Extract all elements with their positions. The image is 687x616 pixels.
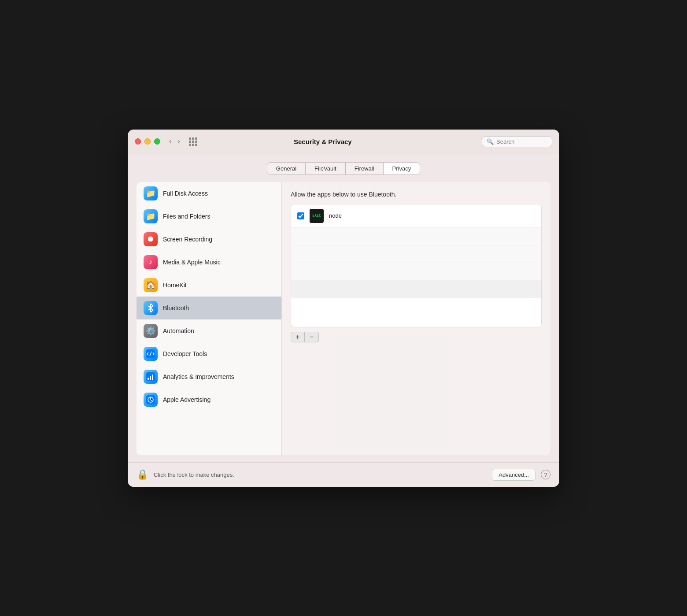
sidebar-item-bluetooth[interactable]: Bluetooth <box>137 297 281 319</box>
tabs-bar: General FileVault Firewall Privacy <box>137 162 550 175</box>
maximize-button[interactable] <box>154 138 160 145</box>
node-app-icon: EXEC <box>310 209 324 223</box>
sidebar-item-developer-tools[interactable]: Developer Tools <box>137 342 281 365</box>
lock-icon[interactable]: 🔒 <box>137 469 148 480</box>
sidebar-item-label: Media & Apple Music <box>163 259 221 266</box>
advertising-icon <box>144 393 158 407</box>
tab-firewall[interactable]: Firewall <box>346 162 384 175</box>
node-checkbox[interactable] <box>297 212 304 219</box>
sidebar-item-analytics[interactable]: Analytics & Improvements <box>137 365 281 388</box>
sidebar-item-full-disk-access[interactable]: 📁 Full Disk Access <box>137 182 281 205</box>
full-disk-access-icon: 📁 <box>144 186 158 200</box>
sidebar-item-label: Automation <box>163 327 194 334</box>
empty-row-4 <box>291 281 541 298</box>
apps-list: EXEC node <box>291 204 542 327</box>
sidebar-item-label: Developer Tools <box>163 350 207 357</box>
sidebar-item-label: HomeKit <box>163 282 187 289</box>
app-row-node: EXEC node <box>291 204 541 228</box>
music-icon: ♪ <box>144 255 158 269</box>
analytics-icon <box>144 370 158 384</box>
files-folders-icon: 📁 <box>144 209 158 223</box>
developer-tools-icon <box>144 347 158 361</box>
sidebar-item-label: Apple Advertising <box>163 396 211 403</box>
add-app-button[interactable]: + <box>291 332 305 342</box>
tab-general[interactable]: General <box>267 162 306 175</box>
window-title: Security & Privacy <box>169 138 476 145</box>
lock-text: Click the lock to make changes. <box>154 471 487 478</box>
node-app-name: node <box>329 212 342 219</box>
bottom-bar: 🔒 Click the lock to make changes. Advanc… <box>128 462 559 487</box>
sidebar-item-label: Analytics & Improvements <box>163 373 234 380</box>
screen-recording-icon: ⏺ <box>144 232 158 246</box>
tab-privacy[interactable]: Privacy <box>384 162 421 175</box>
list-controls: + − <box>291 332 542 342</box>
traffic-lights <box>135 138 160 145</box>
sidebar-item-files-and-folders[interactable]: 📁 Files and Folders <box>137 205 281 228</box>
right-panel: Allow the apps below to use Bluetooth. E… <box>282 182 550 455</box>
sidebar-item-label: Full Disk Access <box>163 190 208 197</box>
sidebar-item-screen-recording[interactable]: ⏺ Screen Recording <box>137 228 281 251</box>
empty-row-3 <box>291 263 541 281</box>
main-window: ‹ › Security & Privacy 🔍 General FileVau… <box>128 130 559 487</box>
panel-description: Allow the apps below to use Bluetooth. <box>291 191 542 198</box>
tab-filevault[interactable]: FileVault <box>306 162 346 175</box>
homekit-icon: 🏠 <box>144 278 158 292</box>
sidebar-item-label: Bluetooth <box>163 304 189 312</box>
svg-rect-3 <box>150 376 151 380</box>
svg-rect-2 <box>148 378 149 380</box>
titlebar: ‹ › Security & Privacy 🔍 <box>128 130 559 153</box>
automation-icon: ⚙️ <box>144 324 158 338</box>
sidebar-item-label: Screen Recording <box>163 236 212 243</box>
advanced-button[interactable]: Advanced... <box>492 469 536 481</box>
search-box[interactable]: 🔍 <box>482 136 552 147</box>
sidebar-item-automation[interactable]: ⚙️ Automation <box>137 319 281 342</box>
minimize-button[interactable] <box>144 138 151 145</box>
svg-rect-4 <box>152 375 153 380</box>
search-input[interactable] <box>496 138 547 145</box>
sidebar: 📁 Full Disk Access 📁 Files and Folders ⏺… <box>137 182 282 455</box>
search-icon: 🔍 <box>487 138 494 145</box>
close-button[interactable] <box>135 138 141 145</box>
main-area: 📁 Full Disk Access 📁 Files and Folders ⏺… <box>137 182 550 455</box>
sidebar-item-media-apple-music[interactable]: ♪ Media & Apple Music <box>137 251 281 274</box>
sidebar-item-apple-advertising[interactable]: Apple Advertising <box>137 388 281 411</box>
sidebar-item-homekit[interactable]: 🏠 HomeKit <box>137 274 281 297</box>
sidebar-item-label: Files and Folders <box>163 213 210 220</box>
empty-row-2 <box>291 245 541 263</box>
remove-app-button[interactable]: − <box>305 332 319 342</box>
content-area: General FileVault Firewall Privacy 📁 Ful… <box>128 153 559 455</box>
empty-row-1 <box>291 228 541 245</box>
bluetooth-icon <box>144 301 158 315</box>
help-button[interactable]: ? <box>541 470 550 479</box>
